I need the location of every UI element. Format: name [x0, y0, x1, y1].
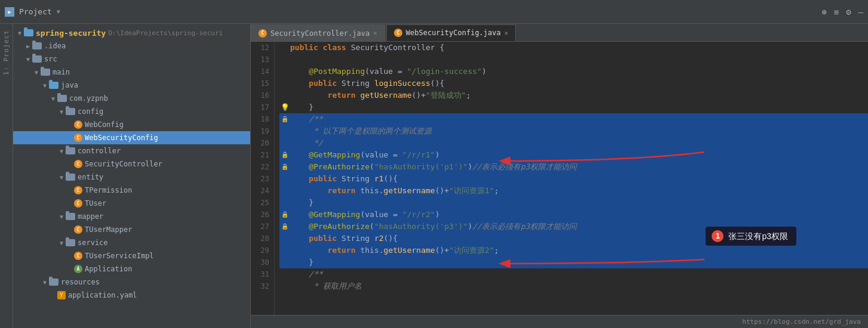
line-num-28: 28: [251, 233, 269, 245]
code-line-24: return this.getUsername()+"访问资源1";: [279, 185, 868, 197]
code-line-30: }: [279, 256, 868, 268]
controller-label: controller: [78, 147, 121, 155]
sidebar-item-tuser[interactable]: C TUser: [13, 197, 250, 210]
sidebar-item-config[interactable]: config: [13, 105, 250, 118]
code-line-16: return getUsername()+"登陆成功";: [279, 89, 868, 101]
sidebar-item-src[interactable]: src: [13, 52, 250, 66]
line-num-29: 29: [251, 245, 269, 256]
sidebar-item-entity[interactable]: entity: [13, 171, 250, 184]
controller-arrow: [57, 147, 66, 155]
resources-arrow: [41, 278, 49, 286]
code-23: public String r1(){: [290, 173, 398, 185]
config-label: config: [78, 107, 103, 116]
service-label: service: [78, 239, 108, 247]
main-label: main: [53, 68, 70, 76]
sc-arrow: [66, 160, 74, 168]
tum-arrow: [66, 225, 74, 234]
sidebar-item-main[interactable]: main: [13, 66, 250, 79]
tu-icon: C: [74, 199, 82, 208]
gutter-26: 🔒: [279, 209, 290, 221]
top-bar: ▶ Project ▼ ⊕ ≡ ⚙ —: [0, 0, 868, 24]
config-arrow: [57, 107, 66, 116]
code-content[interactable]: public class SecurityController { @PostM…: [275, 42, 868, 315]
line-num-23: 23: [251, 173, 269, 185]
gutter-18: 🔒: [279, 113, 290, 125]
sc-label: SecurityController: [85, 160, 162, 168]
code-line-23: public String r1(){: [279, 173, 868, 185]
tab1-label: SecurityController.java: [270, 29, 370, 38]
app-arrow: [66, 265, 74, 273]
root-name: spring-security: [36, 29, 106, 38]
tab2-close[interactable]: ✕: [504, 29, 509, 37]
sidebar-item-tuserserviceimpl[interactable]: C TUserServiceImpl: [13, 249, 250, 262]
sidebar-item-mapper[interactable]: mapper: [13, 210, 250, 223]
code-19: * 以下两个是权限的两个测试资源: [290, 125, 432, 137]
sidebar-item-appyaml[interactable]: Y application.yaml: [13, 289, 250, 302]
tab1-close[interactable]: ✕: [373, 29, 377, 37]
sidebar-item-tpermission[interactable]: C TPermission: [13, 184, 250, 197]
tp-arrow: [66, 186, 74, 194]
sidebar-item-securitycontroller[interactable]: C SecurityController: [13, 157, 250, 171]
code-line-17: 💡 }: [279, 101, 868, 113]
code-line-22: 🔒 @PreAuthorize("hasAuthority('p1')")//表…: [279, 161, 868, 173]
line-num-14: 14: [251, 66, 269, 78]
entity-arrow: [57, 173, 66, 181]
lock-27: 🔒: [281, 221, 288, 233]
code-24: return this.getUsername()+"访问资源1";: [290, 185, 498, 197]
sidebar-item-resources[interactable]: resources: [13, 276, 250, 289]
sidebar-item-application[interactable]: A Application: [13, 262, 250, 276]
settings-icon[interactable]: ⚙: [846, 7, 851, 17]
gutter-21: 🔒: [279, 149, 290, 161]
code-26: @GetMapping(value = "/r/r2"): [290, 209, 439, 221]
webconfig-arrow: [66, 120, 74, 129]
entity-label: entity: [78, 173, 103, 181]
sidebar-item-tusermapper[interactable]: C TUserMapper: [13, 223, 250, 236]
code-line-26: 🔒 @GetMapping(value = "/r/r2"): [279, 209, 868, 221]
code-32: * 获取用户名: [290, 280, 362, 292]
code-31: /**: [290, 268, 323, 280]
java-arrow: [41, 81, 49, 89]
tab-bar: C SecurityController.java ✕ C WebSecurit…: [251, 24, 868, 42]
bulb-icon: 💡: [281, 101, 290, 113]
sync-icon[interactable]: ⊕: [821, 7, 826, 17]
root-path: D:\IdeaProjects\spring-securi: [108, 29, 223, 37]
project-label[interactable]: Project: [19, 7, 52, 16]
sidebar-item-webconfig[interactable]: C WebConfig: [13, 118, 250, 131]
tusi-label: TUserServiceImpl: [85, 252, 154, 260]
minimize-icon[interactable]: —: [858, 7, 863, 17]
top-bar-left: ▶ Project ▼: [5, 7, 60, 17]
lock-22: 🔒: [281, 161, 288, 173]
tree-root[interactable]: spring-security D:\IdeaProjects\spring-s…: [13, 26, 250, 39]
line-num-21: 21: [251, 149, 269, 161]
sidebar-item-service[interactable]: service: [13, 236, 250, 249]
sidebar-item-controller[interactable]: controller: [13, 144, 250, 157]
controller-folder-icon: [66, 147, 75, 154]
tab-websecurity-config[interactable]: C WebSecurityConfig.java ✕: [386, 24, 516, 41]
callout-bubble: 1 张三没有p3权限: [706, 227, 796, 246]
sidebar-item-websecurityconfig[interactable]: C WebSecurityConfig: [13, 131, 250, 144]
status-url: https://blog.csdn.net/grd_java: [742, 318, 861, 326]
code-29: return this.getUsername()+"访问资源2";: [290, 245, 498, 256]
menu-icon[interactable]: ≡: [834, 7, 839, 17]
code-line-32: * 获取用户名: [279, 280, 868, 292]
resources-label: resources: [61, 278, 100, 286]
tab-security-controller[interactable]: C SecurityController.java ✕: [251, 24, 385, 41]
dropdown-arrow[interactable]: ▼: [57, 8, 60, 15]
tp-label: TPermission: [85, 186, 132, 194]
code-line-14: @PostMapping(value = "/login-success"): [279, 66, 868, 78]
line-num-13: 13: [251, 54, 269, 66]
resources-folder-icon: [49, 279, 59, 286]
callout-text: 张三没有p3权限: [728, 230, 788, 242]
webconfig-label: WebConfig: [85, 120, 124, 129]
code-area: 12 13 14 15 16 17 18 19 20 21 22 23 24 2…: [251, 42, 868, 315]
sidebar-item-com-yzpnb[interactable]: com.yzpnb: [13, 92, 250, 105]
gutter-27: 🔒: [279, 221, 290, 233]
line-num-32: 32: [251, 280, 269, 292]
line-num-12: 12: [251, 42, 269, 54]
code-25: }: [290, 197, 313, 209]
com-label: com.yzpnb: [69, 94, 108, 103]
code-line-25: }: [279, 197, 868, 209]
sidebar-item-java[interactable]: java: [13, 79, 250, 92]
sidebar-item-idea[interactable]: .idea: [13, 39, 250, 52]
java-folder-icon: [49, 82, 59, 89]
